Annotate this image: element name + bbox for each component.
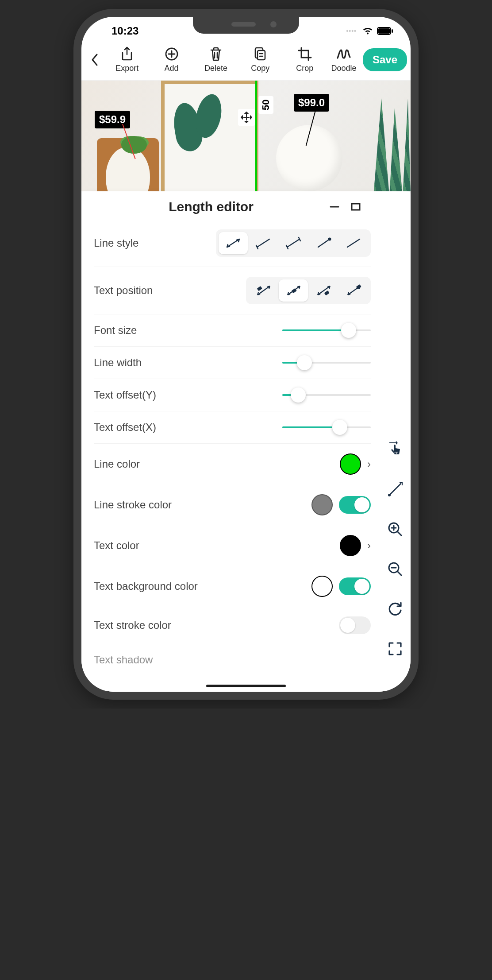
line-color-label: Line color [94,458,140,470]
chevron-right-icon[interactable]: › [367,539,371,552]
crop-icon [298,46,312,62]
line-color-swatch[interactable] [340,453,361,475]
svg-point-12 [388,494,391,496]
wifi-icon [362,27,373,35]
row-line-width: Line width [94,347,371,379]
crop-button[interactable]: Crop [283,46,327,73]
row-text-bg-color: Text background color [94,566,371,607]
save-label: Save [373,54,397,66]
text-position-segmented [246,277,371,304]
add-button[interactable]: Add [150,46,193,73]
text-position-label: Text position [94,284,153,297]
svg-rect-5 [352,204,360,210]
export-label: Export [115,64,138,73]
export-icon [120,46,134,62]
text-offset-y-label: Text offset(Y) [94,389,156,401]
row-text-stroke-color: Text stroke color [94,607,371,644]
line-style-option-arrows[interactable] [219,232,248,254]
more-dots-icon: •••• [346,27,357,35]
notch [193,17,299,34]
add-label: Add [165,64,179,73]
row-line-color: Line color › [94,444,371,484]
text-color-label: Text color [94,539,139,552]
panel-title: Length editor [98,199,324,214]
text-bg-color-swatch[interactable] [311,576,333,597]
delete-button[interactable]: Delete [194,46,238,73]
price-annotation-left[interactable]: $59.9 [95,111,130,128]
back-button[interactable] [85,53,104,66]
line-style-label: Line style [94,237,138,249]
phone-screen: 10:23 •••• Export [81,17,411,692]
text-color-swatch[interactable] [340,535,361,556]
text-position-option-1[interactable] [249,279,278,302]
line-style-option-dot[interactable] [309,232,338,254]
phone-frame: 10:23 •••• Export [73,9,419,700]
row-font-size: Font size [94,314,371,347]
line-style-segmented [216,229,371,257]
rotate-button[interactable] [385,599,405,619]
move-handle[interactable] [238,109,255,126]
copy-icon [254,46,267,62]
line-style-option-bar-both[interactable] [279,232,308,254]
text-position-option-4[interactable] [339,279,368,302]
zoom-out-button[interactable] [385,559,405,579]
row-text-color: Text color › [94,525,371,566]
side-tools: OFF [382,439,408,659]
line-stroke-color-swatch[interactable] [311,494,333,515]
svg-point-6 [328,238,331,241]
length-editor-panel: Length editor Line style [81,191,411,692]
svg-rect-7 [257,286,262,291]
delete-label: Delete [204,64,227,73]
status-time: 10:23 [95,25,138,37]
text-position-option-2[interactable] [279,279,308,302]
row-text-position: Text position [94,267,371,314]
text-stroke-color-label: Text stroke color [94,619,171,631]
maximize-button[interactable] [345,201,366,212]
chevron-right-icon[interactable]: › [367,458,371,470]
text-offset-y-slider[interactable] [282,394,371,396]
export-button[interactable]: Export [105,46,149,73]
status-indicators: •••• [346,27,397,35]
touch-off-button[interactable]: OFF [385,439,405,460]
measurement-line[interactable] [255,81,257,191]
minimize-button[interactable] [324,201,345,213]
home-indicator[interactable] [206,685,286,687]
copy-button[interactable]: Copy [238,46,282,73]
fullscreen-button[interactable] [385,639,405,659]
text-offset-x-label: Text offset(X) [94,421,156,434]
text-offset-x-slider[interactable] [282,426,371,428]
svg-rect-9 [324,291,330,295]
measurement-value[interactable]: 50 [258,96,273,114]
row-text-shadow: Text shadow [94,644,371,676]
text-position-option-3[interactable] [309,279,338,302]
font-size-slider[interactable] [282,329,371,331]
doodle-button[interactable]: Doodle [327,46,360,73]
svg-rect-4 [258,50,265,60]
svg-rect-1 [378,28,390,34]
text-shadow-label: Text shadow [94,654,153,666]
canvas-area[interactable]: 50 $59.9 $99.0 [81,81,411,191]
decor-snakeplant [357,98,411,191]
line-width-label: Line width [94,356,142,369]
line-width-slider[interactable] [282,362,371,364]
price-annotation-right[interactable]: $99.0 [294,94,329,112]
svg-rect-2 [392,29,393,33]
zoom-in-button[interactable] [385,519,405,539]
line-style-option-bar-one[interactable] [249,232,278,254]
row-line-style: Line style [94,220,371,267]
row-text-offset-y: Text offset(Y) [94,379,371,411]
row-text-offset-x: Text offset(X) [94,411,371,444]
line-style-option-plain[interactable] [339,232,368,254]
line-stroke-toggle[interactable] [339,496,371,514]
row-line-stroke-color: Line stroke color [94,484,371,525]
crop-label: Crop [296,64,313,73]
text-stroke-toggle[interactable] [339,616,371,634]
save-button[interactable]: Save [363,48,407,71]
text-bg-toggle[interactable] [339,577,371,595]
copy-label: Copy [251,64,269,73]
svg-text:OFF: OFF [392,451,399,454]
line-tool-button[interactable] [385,479,405,500]
trash-icon [209,46,223,62]
line-stroke-color-label: Line stroke color [94,499,172,511]
font-size-label: Font size [94,324,137,337]
